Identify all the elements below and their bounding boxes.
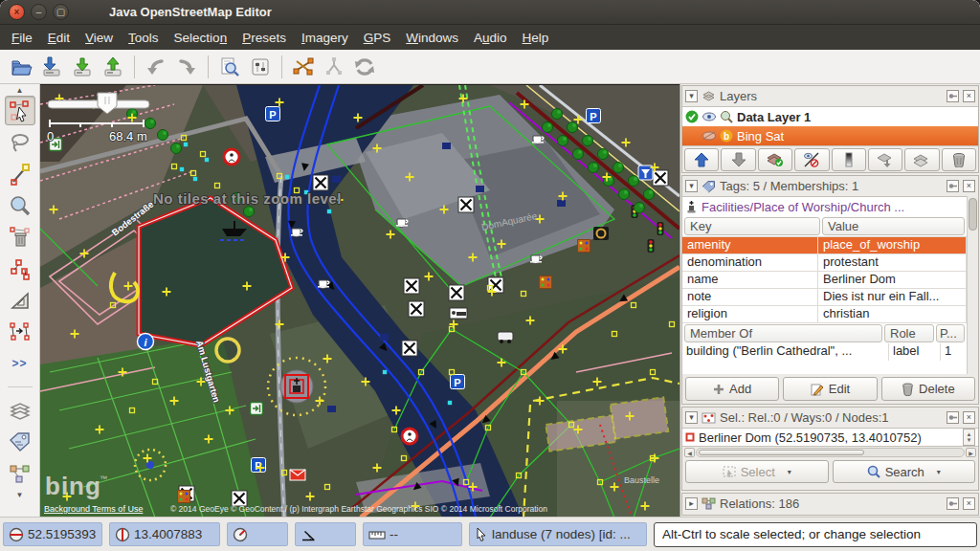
map-canvas[interactable]: P bbox=[40, 84, 679, 517]
download-button[interactable] bbox=[67, 53, 98, 81]
angle-snap-tool[interactable] bbox=[5, 285, 35, 315]
dropdown-arrow-icon[interactable]: ▾ bbox=[937, 468, 941, 476]
membership-row[interactable]: building ("Berlin Cathedral", ... label … bbox=[682, 343, 967, 361]
layer-duplicate-button[interactable] bbox=[904, 148, 939, 171]
lasso-tool[interactable] bbox=[5, 127, 35, 157]
stick-layers-button[interactable] bbox=[947, 90, 959, 102]
role-column-header[interactable]: Role bbox=[884, 324, 934, 342]
edit-tag-button[interactable]: Edit bbox=[783, 377, 877, 401]
scroll-left-arrow[interactable]: ◀ bbox=[684, 448, 695, 457]
delete-tool[interactable] bbox=[5, 222, 35, 252]
undo-button[interactable] bbox=[141, 53, 171, 81]
stick-selection-button[interactable] bbox=[947, 411, 959, 424]
menu-audio[interactable]: Audio bbox=[466, 27, 515, 49]
layer-move-down-button[interactable] bbox=[721, 148, 755, 171]
node-icon bbox=[685, 432, 695, 442]
maximize-window-button[interactable]: ▢ bbox=[53, 4, 69, 20]
menu-windows[interactable]: Windows bbox=[398, 27, 466, 49]
layer-show-hide-button[interactable] bbox=[794, 148, 829, 171]
menu-tools[interactable]: Tools bbox=[121, 27, 167, 49]
value-column-header[interactable]: Value bbox=[822, 217, 965, 235]
menu-view[interactable]: View bbox=[78, 27, 121, 49]
tag-row[interactable]: noteDies ist nur ein Fall... bbox=[682, 289, 967, 306]
parallel-way-tool[interactable] bbox=[5, 317, 35, 346]
preset-link[interactable]: Facilities/Place of Worship/Church ... bbox=[682, 196, 967, 216]
tag-row[interactable]: religionchristian bbox=[682, 306, 967, 323]
select-tool[interactable] bbox=[5, 96, 35, 125]
tags-vertical-scrollbar[interactable] bbox=[967, 196, 978, 374]
relations-dialog-toggle[interactable] bbox=[5, 459, 35, 489]
close-relations-button[interactable]: × bbox=[963, 497, 975, 510]
layer-move-up-button[interactable] bbox=[684, 148, 719, 171]
save-button[interactable] bbox=[36, 53, 67, 81]
visible-eye-icon[interactable] bbox=[702, 112, 716, 121]
search-button[interactable]: Search ▾ bbox=[833, 460, 976, 483]
download-along-button[interactable] bbox=[214, 53, 245, 81]
scrollbar-thumb[interactable] bbox=[699, 450, 864, 455]
tags-dialog-toggle[interactable] bbox=[5, 428, 35, 457]
select-button[interactable]: Select ▾ bbox=[685, 460, 829, 483]
stick-relations-button[interactable] bbox=[947, 497, 959, 510]
minimize-window-button[interactable]: – bbox=[31, 4, 47, 20]
close-tags-button[interactable]: × bbox=[963, 180, 975, 192]
collapse-tags-button[interactable]: ▾ bbox=[685, 180, 698, 192]
tag-row[interactable]: amenityplace_of_worship bbox=[682, 237, 967, 254]
tag-row[interactable]: denominationprotestant bbox=[682, 254, 967, 272]
split-way-button[interactable] bbox=[288, 53, 319, 81]
menu-edit[interactable]: Edit bbox=[40, 27, 78, 49]
stick-tags-button[interactable] bbox=[947, 180, 959, 192]
expand-relations-button[interactable]: ▸ bbox=[685, 497, 698, 510]
upload-button[interactable] bbox=[98, 53, 128, 81]
distance-readout: -- bbox=[363, 522, 462, 546]
refresh-button[interactable] bbox=[349, 53, 380, 81]
selection-list-item[interactable]: Berliner Dom (52.5190735, 13.4010752) ▲▼ bbox=[682, 428, 978, 447]
cursor-icon bbox=[475, 527, 488, 541]
collapse-layers-button[interactable]: ▾ bbox=[685, 90, 698, 102]
scroll-right-arrow[interactable]: ▶ bbox=[966, 448, 976, 457]
delete-tag-button[interactable]: Delete bbox=[881, 377, 975, 401]
plus-icon bbox=[713, 384, 724, 395]
position-column-header[interactable]: P... bbox=[936, 324, 965, 342]
layer-opacity-button[interactable] bbox=[832, 148, 866, 171]
layer-merge-button[interactable] bbox=[868, 148, 902, 171]
close-window-button[interactable]: × bbox=[9, 4, 25, 20]
close-layers-button[interactable]: × bbox=[963, 90, 975, 102]
open-file-button[interactable] bbox=[6, 53, 36, 81]
draw-node-tool[interactable] bbox=[5, 159, 35, 188]
key-column-header[interactable]: Key bbox=[684, 217, 820, 235]
menu-help[interactable]: Help bbox=[515, 27, 557, 49]
menu-imagery[interactable]: Imagery bbox=[294, 27, 356, 49]
combine-way-button[interactable] bbox=[319, 53, 349, 81]
tools-scroll-down-icon[interactable]: ▼ bbox=[16, 490, 24, 499]
close-selection-button[interactable]: × bbox=[963, 411, 975, 424]
preferences-button[interactable] bbox=[245, 53, 276, 81]
selection-icon bbox=[702, 411, 716, 424]
layer-name: Data Layer 1 bbox=[737, 110, 811, 124]
redo-button[interactable] bbox=[171, 53, 202, 81]
add-tag-button[interactable]: Add bbox=[685, 377, 779, 401]
list-spinner[interactable]: ▲▼ bbox=[963, 429, 975, 446]
relation-icon bbox=[702, 497, 716, 510]
no-tiles-warning: No tiles at this zoom level bbox=[153, 190, 342, 207]
more-tools-button[interactable]: >> bbox=[5, 348, 35, 378]
menu-selection[interactable]: Selection bbox=[167, 27, 235, 49]
zoom-tool[interactable] bbox=[5, 190, 35, 220]
layer-row-bing[interactable]: b Bing Sat bbox=[682, 126, 978, 145]
unglue-tool[interactable] bbox=[5, 253, 35, 283]
faded-eye-icon[interactable] bbox=[702, 131, 716, 141]
tag-row[interactable]: nameBerliner Dom bbox=[682, 272, 967, 289]
collapse-selection-button[interactable]: ▾ bbox=[685, 411, 698, 424]
selection-horizontal-scrollbar[interactable]: ◀ ▶ bbox=[682, 447, 978, 458]
member-of-column-header[interactable]: Member Of bbox=[684, 324, 882, 342]
menu-gps[interactable]: GPS bbox=[356, 27, 399, 49]
layer-row-data[interactable]: Data Layer 1 bbox=[682, 107, 978, 126]
bing-logo: bing bbox=[45, 472, 101, 500]
menu-file[interactable]: File bbox=[4, 27, 40, 49]
layer-activate-button[interactable] bbox=[758, 148, 792, 171]
tools-scroll-up-icon[interactable]: ▲ bbox=[16, 85, 24, 95]
layers-dialog-toggle[interactable] bbox=[5, 396, 35, 426]
menu-presets[interactable]: Presets bbox=[234, 27, 294, 49]
dropdown-arrow-icon[interactable]: ▾ bbox=[788, 468, 791, 476]
layer-delete-button[interactable] bbox=[942, 148, 976, 171]
terms-of-use-link[interactable]: Background Terms of Use bbox=[44, 504, 143, 514]
